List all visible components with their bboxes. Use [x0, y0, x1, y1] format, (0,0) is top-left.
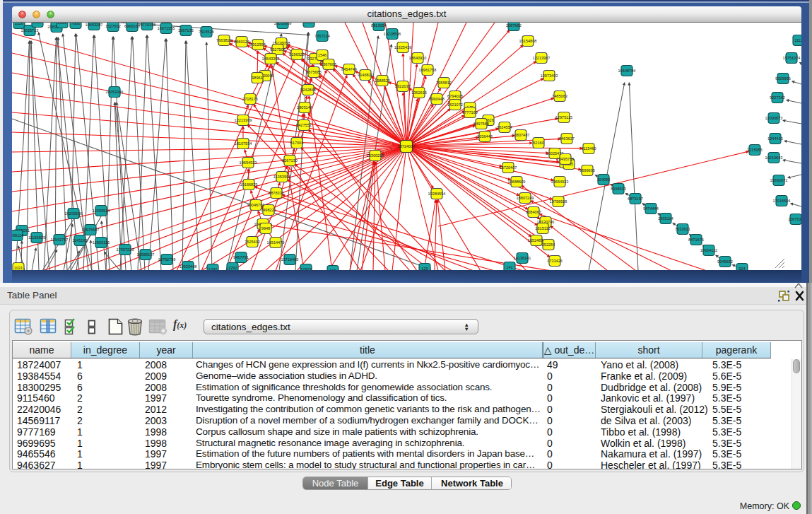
svg-text:11325419: 11325419 — [394, 45, 411, 49]
svg-text:25300205: 25300205 — [367, 153, 384, 158]
svg-text:14136141: 14136141 — [514, 256, 531, 260]
svg-text:17016504: 17016504 — [773, 199, 791, 203]
svg-text:2055: 2055 — [33, 23, 42, 24]
svg-text:6879197: 6879197 — [628, 197, 643, 201]
svg-text:19166825: 19166825 — [240, 182, 258, 187]
svg-text:7663822: 7663822 — [216, 38, 232, 42]
svg-text:11156829: 11156829 — [28, 235, 45, 240]
svg-text:15716485: 15716485 — [281, 257, 299, 262]
svg-text:10807487: 10807487 — [512, 133, 530, 137]
svg-text:12975115: 12975115 — [555, 115, 572, 119]
svg-text:12923448: 12923448 — [180, 264, 197, 269]
svg-text:2087682: 2087682 — [506, 23, 522, 28]
svg-text:9115460: 9115460 — [581, 146, 596, 151]
svg-text:62160: 62160 — [533, 141, 544, 145]
svg-text:164095: 164095 — [597, 177, 611, 182]
svg-text:1527602: 1527602 — [105, 24, 121, 28]
svg-text:2116: 2116 — [15, 23, 23, 25]
svg-text:16914479: 16914479 — [267, 240, 285, 245]
svg-text:7905: 7905 — [71, 23, 80, 25]
svg-text:9527506: 9527506 — [270, 47, 286, 52]
svg-text:8196328: 8196328 — [289, 52, 305, 57]
svg-text:8454749: 8454749 — [341, 67, 357, 71]
svg-text:10958107: 10958107 — [137, 252, 155, 257]
svg-text:2069: 2069 — [58, 23, 66, 25]
svg-text:939114: 939114 — [12, 233, 23, 238]
svg-text:1112: 1112 — [794, 38, 801, 42]
svg-text:1733426: 1733426 — [547, 259, 563, 263]
svg-text:7625402: 7625402 — [245, 240, 260, 244]
svg-text:9463627: 9463627 — [559, 136, 575, 141]
svg-text:13055713: 13055713 — [21, 28, 39, 33]
svg-text:2803144: 2803144 — [297, 105, 312, 110]
svg-text:9245652: 9245652 — [717, 259, 733, 264]
svg-text:8878332: 8878332 — [269, 191, 284, 195]
svg-text:19218596: 19218596 — [384, 32, 401, 36]
svg-text:1615112: 1615112 — [535, 226, 550, 230]
svg-text:10210643: 10210643 — [765, 156, 783, 160]
svg-text:3624554: 3624554 — [497, 125, 512, 129]
svg-text:7955812: 7955812 — [436, 81, 452, 85]
svg-text:15751074: 15751074 — [783, 56, 801, 60]
svg-text:12213369: 12213369 — [235, 118, 252, 122]
svg-text:9084067: 9084067 — [526, 210, 541, 214]
svg-text:3215955: 3215955 — [747, 148, 763, 152]
svg-text:15720407: 15720407 — [500, 165, 517, 170]
svg-text:7515526: 7515526 — [199, 30, 214, 34]
svg-text:1546: 1546 — [318, 53, 326, 57]
svg-text:6497568: 6497568 — [473, 122, 489, 126]
svg-text:3498222: 3498222 — [261, 208, 276, 212]
svg-text:9227342: 9227342 — [770, 95, 785, 100]
svg-text:1244415: 1244415 — [767, 136, 783, 141]
svg-text:12359914: 12359914 — [93, 209, 110, 213]
svg-text:19756928: 19756928 — [550, 199, 567, 204]
svg-text:16671355: 16671355 — [158, 26, 175, 30]
svg-text:16782759: 16782759 — [158, 257, 176, 262]
svg-text:1588520: 1588520 — [375, 78, 390, 83]
svg-text:9329966: 9329966 — [775, 76, 791, 81]
svg-text:20206536: 20206536 — [65, 211, 83, 216]
svg-text:6794028: 6794028 — [447, 94, 463, 98]
svg-text:2367608: 2367608 — [321, 62, 336, 66]
svg-text:18807249: 18807249 — [517, 196, 534, 200]
svg-text:12093873: 12093873 — [765, 116, 783, 120]
svg-text:11353594: 11353594 — [273, 175, 290, 179]
svg-text:3675685: 3675685 — [306, 70, 322, 74]
svg-text:2718176: 2718176 — [242, 97, 258, 101]
svg-text:141: 141 — [506, 265, 512, 269]
svg-text:8267130: 8267130 — [282, 158, 298, 163]
svg-text:8990448: 8990448 — [429, 97, 445, 101]
svg-text:13495759: 13495759 — [557, 157, 575, 161]
svg-text:617004: 617004 — [290, 141, 304, 145]
svg-text:1167533: 1167533 — [788, 217, 801, 221]
svg-text:9457791: 9457791 — [233, 255, 249, 259]
svg-text:5322037: 5322037 — [395, 84, 411, 88]
svg-text:10719155: 10719155 — [139, 23, 156, 27]
svg-text:9948: 9948 — [261, 226, 270, 230]
svg-text:10688609: 10688609 — [508, 180, 526, 184]
svg-text:16543362: 16543362 — [262, 57, 280, 61]
svg-text:19654923: 19654923 — [240, 160, 257, 165]
svg-text:7632621: 7632621 — [675, 227, 690, 231]
svg-text:9699695: 9699695 — [579, 168, 595, 173]
svg-text:1667135: 1667135 — [178, 28, 194, 33]
svg-text:15692971: 15692971 — [770, 178, 788, 182]
svg-text:19384554: 19384554 — [428, 192, 446, 196]
svg-text:10046766: 10046766 — [247, 203, 265, 207]
svg-text:8813054: 8813054 — [371, 23, 387, 28]
svg-text:9242848: 9242848 — [300, 88, 316, 92]
svg-text:18107554: 18107554 — [235, 141, 252, 146]
svg-text:16033: 16033 — [303, 23, 314, 24]
svg-text:20053346: 20053346 — [106, 90, 124, 94]
svg-text:8471676: 8471676 — [688, 238, 704, 242]
svg-text:16154808: 16154808 — [519, 39, 537, 43]
svg-text:12505115: 12505115 — [93, 240, 110, 245]
svg-text:7485063: 7485063 — [552, 94, 567, 98]
svg-text:12942757: 12942757 — [51, 238, 69, 242]
svg-text:1621072: 1621072 — [447, 103, 463, 107]
svg-text:9474444: 9474444 — [643, 206, 659, 211]
svg-text:18640910: 18640910 — [409, 56, 427, 60]
svg-text:16033809: 16033809 — [274, 23, 292, 25]
svg-text:252254: 252254 — [542, 243, 555, 247]
svg-text:10654112: 10654112 — [700, 248, 717, 252]
